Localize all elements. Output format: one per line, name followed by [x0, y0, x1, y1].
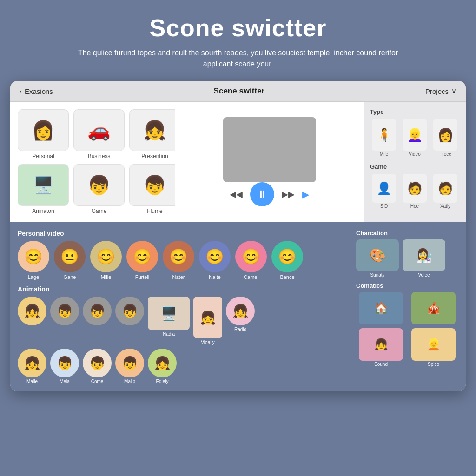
preview-panel: ◀◀ ⏸ ▶▶ ▶: [175, 102, 364, 222]
app-header: ‹ Exasions Scene switter Projecs ∨: [10, 81, 466, 102]
type-mile[interactable]: 🧍 Mile: [370, 119, 398, 157]
game-xatly[interactable]: 🧑 Xatly: [431, 174, 459, 209]
anim-edlely[interactable]: 👧 Edlely: [148, 349, 177, 384]
game-xatly-label: Xatly: [440, 204, 450, 209]
scene-presention[interactable]: 👧 Presention: [129, 109, 180, 159]
comatric-spico-scene: 👱: [411, 328, 456, 361]
type-video[interactable]: 👱‍♀️ Video: [401, 119, 429, 157]
char-lage-label: Lage: [28, 274, 39, 280]
anim-vioally[interactable]: 👧 Vioally: [193, 297, 222, 345]
type-video-avatar: 👱‍♀️: [403, 119, 427, 151]
scene-flume[interactable]: 👦 Flume: [129, 164, 180, 214]
flume-icon: 👦: [143, 174, 166, 196]
comatric-sound-label: Sound: [374, 362, 388, 367]
char-camel-label: Camel: [244, 274, 258, 280]
char-gane[interactable]: 😐 Gane: [54, 241, 86, 280]
scene-personal-label: Personal: [32, 153, 54, 159]
game-hoe-avatar: 🧑: [403, 174, 427, 203]
comatric-1-scene: 🏠: [359, 292, 403, 324]
char-camel[interactable]: 😊 Camel: [235, 241, 267, 280]
bottom-left: Personal video 😊 Lage 😐 Gane 😊 Mille: [18, 230, 349, 384]
comatric-spico-label: Spico: [428, 362, 439, 367]
game-sd-label: S D: [380, 204, 388, 209]
scene-personal[interactable]: 👩 Personal: [18, 109, 69, 159]
game-hoe[interactable]: 🧑 Hoe: [401, 174, 429, 209]
char-bance[interactable]: 😊 Bance: [271, 241, 303, 280]
type-frece[interactable]: 👩 Frece: [431, 119, 459, 157]
char-lage-avatar: 😊: [18, 241, 49, 272]
charcation-sunaty[interactable]: 🎨 Sunaty: [356, 239, 399, 278]
char-nater[interactable]: 😊 Nater: [163, 241, 194, 280]
char-lage[interactable]: 😊 Lage: [18, 241, 49, 280]
scene-game-thumb: 👦: [73, 164, 125, 206]
anim-edlely-label: Edlely: [156, 379, 168, 384]
comatric-spico[interactable]: 👱 Spico: [409, 328, 458, 367]
type-grid: 🧍 Mile 👱‍♀️ Video 👩 Frece: [370, 119, 459, 157]
type-frece-label: Frece: [439, 152, 451, 157]
char-naite-label: Naite: [209, 274, 221, 280]
char-mille-avatar: 😊: [90, 241, 122, 272]
bottom-content: Personal video 😊 Lage 😐 Gane 😊 Mille: [10, 222, 466, 391]
type-title: Type: [370, 108, 459, 115]
back-button[interactable]: ‹ Exasions: [20, 87, 53, 95]
type-frece-avatar: 👩: [433, 119, 457, 151]
char-mille-label: Mille: [101, 274, 112, 280]
char-bance-avatar: 😊: [271, 241, 303, 272]
scenes-row-2: 🖥️ Aninaton 👦 Game 👦 Flume: [18, 164, 167, 214]
comatric-sound-scene: 👧: [359, 328, 403, 361]
page-title: Scone swictter: [149, 14, 326, 42]
anim-malle-2-label: Malle: [26, 379, 38, 384]
anim-malip[interactable]: 👦 Malip: [115, 349, 144, 384]
forward-button[interactable]: ▶▶: [282, 189, 295, 199]
pause-button[interactable]: ⏸: [250, 182, 274, 206]
charcation-volee[interactable]: 👩‍🔬 Volee: [403, 239, 445, 278]
char-gane-label: Gane: [64, 274, 76, 280]
anim-radio-avatar: 👧: [226, 297, 255, 325]
comatric-2[interactable]: 🎪: [409, 292, 458, 325]
comatric-sound[interactable]: 👧 Sound: [356, 328, 406, 367]
char-mille[interactable]: 😊 Mille: [90, 241, 122, 280]
anim-come[interactable]: 👦 Come: [83, 349, 112, 384]
anim-malle-2[interactable]: 👧 Malle: [18, 349, 46, 384]
back-label: Exasions: [25, 87, 53, 95]
char-camel-avatar: 😊: [235, 241, 267, 272]
char-naite-avatar: 😊: [199, 241, 231, 272]
rewind-button[interactable]: ◀◀: [230, 189, 243, 199]
anim-gray1[interactable]: 👦: [50, 297, 79, 345]
anim-malip-avatar: 👦: [115, 349, 144, 377]
anim-nadia-scene[interactable]: 🖥️ Nadia: [148, 297, 190, 345]
anim-malle-1[interactable]: 👧: [18, 297, 46, 345]
scene-personal-thumb: 👩: [18, 109, 69, 151]
play-button[interactable]: ▶: [302, 189, 309, 200]
preview-screen: [223, 117, 316, 182]
scene-animation[interactable]: 🖥️ Aninaton: [18, 164, 69, 214]
scene-animation-thumb: 🖥️: [18, 164, 69, 206]
anim-come-label: Come: [91, 379, 104, 384]
scene-game[interactable]: 👦 Game: [73, 164, 125, 214]
char-furtell[interactable]: 😊 Furtell: [126, 241, 158, 280]
animation-icon: 🖥️: [33, 175, 54, 195]
game-grid: 👤 S D 🧑 Hoe 🧑 Xatly: [370, 174, 459, 209]
char-furtell-avatar: 😊: [126, 241, 158, 272]
personal-video-title: Personal video: [18, 230, 349, 237]
scene-business[interactable]: 🚗 Business: [73, 109, 125, 159]
scene-presention-label: Presention: [141, 153, 168, 159]
comatric-1[interactable]: 🏠: [356, 292, 406, 325]
anim-mela[interactable]: 👦 Mela: [50, 349, 79, 384]
game-sd[interactable]: 👤 S D: [370, 174, 398, 209]
char-naite[interactable]: 😊 Naite: [199, 241, 231, 280]
animation-row2: 👧 Malle 👦 Mela 👦 Come 👦 Malip: [18, 349, 349, 384]
char-nater-label: Nater: [172, 274, 185, 280]
comatric-2-scene: 🎪: [411, 292, 456, 324]
scenes-panel: 👩 Personal 🚗 Business 👧 Presention: [10, 102, 175, 222]
projects-button[interactable]: Projecs ∨: [425, 87, 456, 95]
app-container: ‹ Exasions Scene switter Projecs ∨ 👩 Per…: [10, 81, 466, 391]
anim-malle-2-avatar: 👧: [18, 349, 46, 377]
anim-radio[interactable]: 👧 Radio: [226, 297, 255, 345]
charcation-images: 🎨 Sunaty 👩‍🔬 Volee: [356, 239, 458, 278]
anim-gray3[interactable]: 👦: [115, 297, 144, 345]
animation-row1: 👧 👦 👦 👦: [18, 297, 349, 345]
app-header-title: Scene switter: [53, 86, 425, 96]
page-subtitle: The quiice furund topes and roult the so…: [75, 47, 401, 70]
anim-gray2[interactable]: 👦: [83, 297, 112, 345]
